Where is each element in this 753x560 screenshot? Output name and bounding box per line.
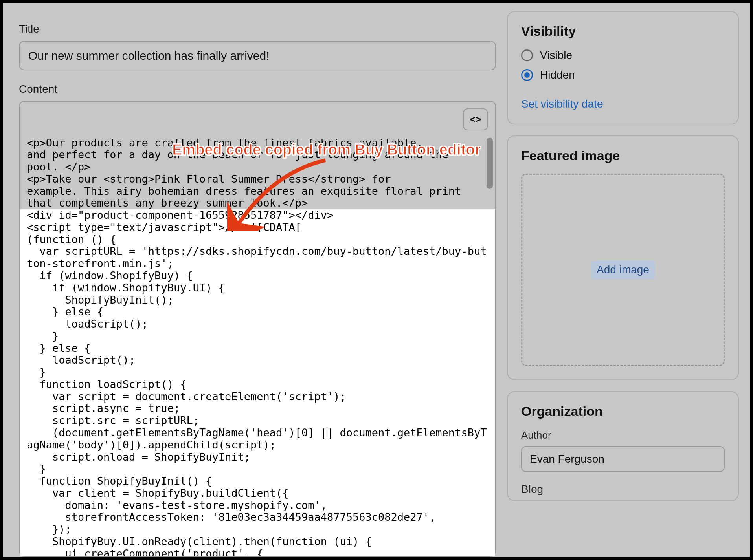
organization-card: Organization Author Evan Ferguson Blog (507, 391, 739, 501)
blog-label-cutoff: Blog (521, 483, 725, 496)
toggle-code-button[interactable]: <> (463, 108, 488, 130)
image-dropzone[interactable]: Add image (521, 174, 725, 366)
sidebar: Visibility Visible Hidden Set visibility… (507, 3, 739, 557)
add-image-button[interactable]: Add image (591, 260, 655, 279)
app-frame: Title Content <> <p>Our products are cra… (3, 3, 750, 557)
radio-icon (521, 49, 533, 61)
set-visibility-date-link[interactable]: Set visibility date (521, 98, 603, 110)
code-icon: <> (470, 114, 481, 125)
visibility-option-visible[interactable]: Visible (521, 49, 725, 62)
visibility-option-hidden[interactable]: Hidden (521, 69, 725, 81)
existing-content-code: <p>Our products are crafted from the fin… (20, 137, 495, 210)
author-select[interactable]: Evan Ferguson (521, 446, 725, 472)
embed-code-block: <div id="product-component-1655928551787… (20, 209, 495, 556)
title-input[interactable] (19, 41, 496, 70)
code-area[interactable]: <p>Our products are crafted from the fin… (20, 137, 495, 556)
radio-label: Visible (540, 49, 572, 62)
editor-toolbar: <> (20, 102, 495, 137)
featured-image-card: Featured image Add image (507, 135, 739, 380)
title-label: Title (19, 23, 496, 35)
organization-title: Organization (521, 404, 725, 419)
author-label: Author (521, 429, 725, 441)
main-column: Title Content <> <p>Our products are cra… (19, 3, 496, 557)
content-editor: <> <p>Our products are crafted from the … (19, 101, 496, 557)
content-label: Content (19, 83, 496, 95)
radio-icon (521, 69, 533, 81)
visibility-card: Visibility Visible Hidden Set visibility… (507, 11, 739, 124)
visibility-title: Visibility (521, 24, 725, 39)
radio-label: Hidden (540, 69, 575, 81)
scrollbar-thumb[interactable] (487, 138, 493, 189)
featured-image-title: Featured image (521, 148, 725, 163)
author-value: Evan Ferguson (530, 453, 604, 465)
